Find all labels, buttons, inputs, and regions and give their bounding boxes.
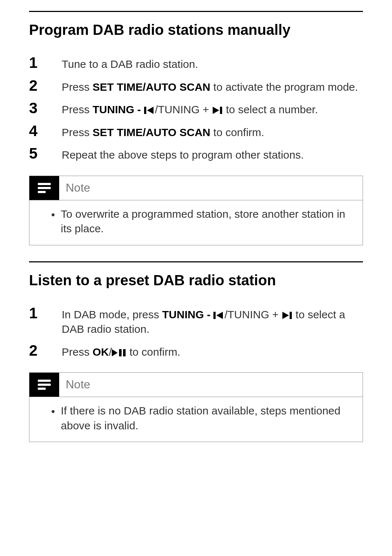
section-heading-listen: Listen to a preset DAB radio station (29, 270, 363, 290)
svg-rect-5 (38, 187, 51, 189)
svg-rect-3 (220, 107, 222, 114)
step-item: Press OK/ to confirm. (29, 342, 363, 360)
step-text: Press TUNING - /TUNING + to select a num… (62, 99, 363, 117)
section-divider (29, 261, 363, 262)
svg-rect-14 (38, 380, 51, 382)
svg-marker-8 (216, 312, 223, 319)
step-text: Press SET TIME/AUTO SCAN to activate the… (62, 77, 363, 95)
svg-rect-10 (290, 312, 292, 319)
step-item: Press SET TIME/AUTO SCAN to confirm. (29, 122, 363, 140)
svg-rect-0 (144, 107, 146, 114)
note-text: If there is no DAB radio station availab… (61, 404, 350, 433)
svg-marker-9 (282, 312, 289, 319)
skip-forward-icon (212, 106, 223, 115)
steps-list-program: Tune to a DAB radio station.Press SET TI… (29, 54, 363, 163)
svg-rect-6 (38, 191, 46, 193)
note-text: To overwrite a programmed station, store… (61, 207, 350, 236)
steps-list-listen: In DAB mode, press TUNING - /TUNING + to… (29, 304, 363, 360)
step-item: Tune to a DAB radio station. (29, 54, 363, 72)
note-label: Note (66, 377, 90, 392)
step-text: Press OK/ to confirm. (62, 342, 363, 360)
step-text: Repeat the above steps to program other … (62, 145, 363, 163)
note-label: Note (66, 180, 90, 196)
step-text: In DAB mode, press TUNING - /TUNING + to… (62, 304, 363, 337)
svg-marker-2 (213, 107, 219, 114)
step-item: Repeat the above steps to program other … (29, 145, 363, 163)
note-icon (29, 176, 59, 200)
svg-rect-7 (213, 312, 216, 319)
note-icon (29, 373, 59, 397)
step-item: Press SET TIME/AUTO SCAN to activate the… (29, 77, 363, 95)
skip-back-icon (213, 311, 224, 320)
svg-rect-4 (38, 183, 51, 185)
section-heading-program: Program DAB radio stations manually (29, 20, 363, 40)
svg-rect-13 (123, 349, 126, 356)
step-text: Press SET TIME/AUTO SCAN to confirm. (62, 122, 363, 140)
step-text: Tune to a DAB radio station. (62, 54, 363, 72)
bullet-icon: • (51, 404, 55, 433)
step-item: Press TUNING - /TUNING + to select a num… (29, 99, 363, 117)
svg-marker-1 (147, 107, 154, 114)
step-item: In DAB mode, press TUNING - /TUNING + to… (29, 304, 363, 337)
skip-forward-icon (282, 311, 293, 320)
svg-rect-15 (38, 384, 51, 386)
note-box-listen: Note • If there is no DAB radio station … (29, 372, 363, 442)
bullet-icon: • (51, 207, 55, 236)
svg-marker-11 (112, 349, 118, 356)
play-pause-icon (112, 348, 126, 357)
svg-rect-16 (38, 388, 46, 390)
skip-back-icon (144, 106, 155, 115)
svg-rect-12 (119, 349, 122, 356)
note-box-program: Note • To overwrite a programmed station… (29, 176, 363, 245)
section-divider (29, 11, 363, 12)
